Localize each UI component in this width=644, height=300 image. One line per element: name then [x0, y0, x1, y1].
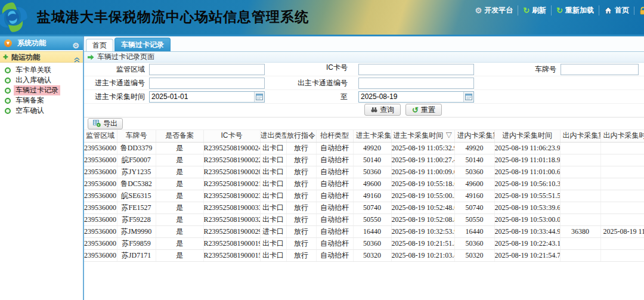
sidebar-gear-icon[interactable]: ⚙	[72, 39, 79, 52]
column-header[interactable]: 进内卡采集重量	[454, 130, 494, 142]
sidebar-item-label: 车辆备案	[14, 95, 46, 106]
sidebar-menu: 车卡单关联出入库确认车辆过卡记录车辆备案空车确认	[0, 63, 83, 116]
table-row[interactable]: 2395360001鲁DC5382是R239525081900021出卡口放行自…	[84, 178, 644, 190]
table-cell	[560, 178, 600, 190]
refresh-link[interactable]: ↻ 刷新	[518, 5, 551, 16]
column-header[interactable]: 进出类型	[260, 130, 286, 142]
plate-number-input[interactable]	[561, 64, 639, 75]
table-cell: 49600	[353, 178, 391, 190]
date-from-input[interactable]	[149, 91, 265, 103]
query-button[interactable]: 查询	[364, 104, 401, 116]
table-row[interactable]: 2395360001苏F59228是R239525081900032出卡口放行自…	[84, 214, 644, 225]
table-cell: 苏FE1527	[117, 202, 156, 214]
form-buttons: 查询 ↺ 重置	[84, 104, 644, 117]
table-cell: 是	[156, 202, 203, 214]
table-row[interactable]: 2395360001皖SE6315是R239525081900023出卡口放行自…	[84, 190, 644, 202]
table-cell: 2395360001	[84, 214, 117, 225]
column-header[interactable]: 进主卡采集重量	[353, 130, 391, 142]
sidebar-section-land[interactable]: ✚ 陆运功能	[0, 51, 83, 63]
column-header[interactable]: 进主卡采集时间 ▽	[391, 130, 454, 142]
table-cell: 自动抬杆	[316, 154, 353, 166]
table-cell: 放行	[286, 214, 316, 225]
table-cell: 2025-08-19 10:22:43.177	[494, 237, 560, 249]
table-row[interactable]: 2395360001苏JY1235是R239525081900020出卡口放行自…	[84, 166, 644, 178]
column-header[interactable]: 抬杆类型	[316, 130, 353, 142]
table-cell	[560, 249, 600, 261]
table-cell: 36380	[560, 225, 600, 237]
calendar-icon[interactable]	[254, 92, 264, 102]
table-row[interactable]: 2395360001皖F50007是R239525081900022出卡口放行自…	[84, 154, 644, 166]
table-cell: 自动抬杆	[316, 202, 353, 214]
home-link[interactable]: 首页	[599, 5, 634, 16]
table-cell	[560, 214, 600, 225]
ic-label: IC卡号	[265, 63, 352, 76]
column-header[interactable]: 是否备案	[156, 130, 203, 142]
search-form: 监管区域 IC卡号 车牌号 进主卡通道编号 出主卡通道编号 进主卡采集时间	[84, 63, 644, 117]
table-row[interactable]: 2395360001鲁DD3379是R239525081900024出卡口放行自…	[84, 142, 644, 154]
out-channel-input[interactable]	[358, 78, 474, 89]
reload-link[interactable]: ↻ 重新加载	[551, 5, 599, 16]
tab-strip: 首页 车辆过卡记录	[84, 36, 644, 52]
table-cell	[560, 190, 600, 202]
table-cell: 50140	[353, 154, 391, 166]
table-cell: 50320	[353, 249, 391, 261]
table-cell: 50550	[353, 214, 391, 225]
table-row[interactable]: 2395360001苏F59859是R239525081900019出卡口放行自…	[84, 237, 644, 249]
sidebar-item-1[interactable]: 车卡单关联	[0, 65, 83, 75]
lock-link[interactable]	[634, 7, 644, 15]
collapse-chevrons-icon[interactable]	[74, 55, 80, 66]
table-row[interactable]: 2395360001苏JM9990是R239525081900029进卡口放行自…	[84, 225, 644, 237]
column-header[interactable]: 出内卡采集时间	[600, 130, 644, 142]
table-cell: 50140	[454, 154, 494, 166]
column-header[interactable]: 进内卡采集时间	[494, 130, 560, 142]
column-header[interactable]: 监管区域	[84, 130, 117, 142]
column-header[interactable]: 出内卡采集重量	[560, 130, 600, 142]
table-row[interactable]: 2395360001苏JD7171是R239525081900015出卡口放行自…	[84, 249, 644, 261]
table-cell: 自动抬杆	[316, 214, 353, 225]
table-cell: 16440	[353, 225, 391, 237]
table-cell: 2025-08-19 11:05:32.900	[391, 142, 454, 154]
column-header[interactable]: 车牌号	[117, 130, 156, 142]
sidebar-item-2[interactable]: 出入库确认	[0, 75, 83, 85]
in-channel-input[interactable]	[149, 78, 265, 89]
column-header[interactable]: IC卡号	[203, 130, 260, 142]
refresh-label: 刷新	[532, 5, 546, 16]
date-to-input[interactable]	[358, 91, 474, 103]
menu-dot-icon	[5, 67, 11, 73]
table-cell: 出卡口	[260, 214, 286, 225]
calendar-icon[interactable]	[463, 92, 473, 102]
table-cell: 出卡口	[260, 154, 286, 166]
table-cell: 2395360001	[84, 202, 117, 214]
table-cell	[560, 142, 600, 154]
tab-records[interactable]: 车辆过卡记录	[114, 38, 171, 51]
export-button[interactable]: 导出	[88, 118, 123, 129]
table-cell: 2025-08-19 10:21:54.727	[494, 249, 560, 261]
dev-platform-link[interactable]: ⚙ 开发平台	[470, 5, 518, 16]
app-header: 盐城港大丰保税物流中心场站信息管理系统 ⚙ 开发平台 ↻ 刷新 ↻ 重新加载 首…	[0, 0, 644, 35]
table-cell: 50740	[353, 202, 391, 214]
ic-card-input[interactable]	[358, 64, 474, 75]
column-header[interactable]: 放行指令	[286, 130, 316, 142]
table-cell: 50360	[454, 237, 494, 249]
table-cell: 苏F59228	[117, 214, 156, 225]
table-cell: R239525081900015	[203, 249, 260, 261]
table-cell	[600, 142, 644, 154]
table-cell: 2025-08-19 11:06:23.973	[494, 142, 560, 154]
table-cell: R239525081900029	[203, 225, 260, 237]
table-cell: 鲁DD3379	[117, 142, 156, 154]
reset-button[interactable]: ↺ 重置	[405, 104, 442, 116]
menu-dot-icon	[5, 108, 11, 114]
sidebar-title: 系统功能	[17, 39, 46, 47]
sidebar-item-3[interactable]: 车辆过卡记录	[0, 85, 83, 95]
table-cell: 16440	[454, 225, 494, 237]
app-logo-icon	[0, 0, 30, 35]
tab-home[interactable]: 首页	[86, 39, 113, 51]
reload-icon: ↻	[556, 7, 563, 14]
sidebar-header[interactable]: ▾ 系统功能 ⚙	[0, 36, 83, 50]
table-cell: 自动抬杆	[316, 178, 353, 190]
table-cell	[600, 249, 644, 261]
sidebar-item-4[interactable]: 车辆备案	[0, 95, 83, 106]
table-row[interactable]: 2395360001苏FE1527是R239525081900033出卡口放行自…	[84, 202, 644, 214]
region-input[interactable]	[149, 64, 265, 75]
sidebar-item-5[interactable]: 空车确认	[0, 106, 83, 116]
